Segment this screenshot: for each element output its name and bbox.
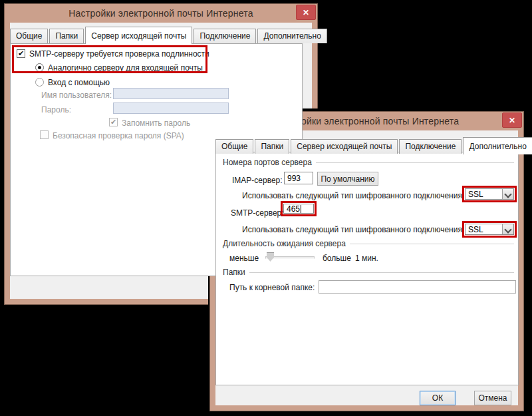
log-on-using-radio[interactable]: [35, 78, 44, 87]
smtp-encryption-label: Использовать следующий тип шифрованного …: [242, 225, 464, 234]
tab-page-advanced: Номера портов сервера IMAP-сервер: 993 П…: [215, 152, 519, 385]
timeout-more-label: больше: [323, 254, 351, 263]
root-folder-path-field[interactable]: [319, 280, 516, 294]
spa-checkbox[interactable]: [40, 130, 49, 139]
tab-connection[interactable]: Подключение: [194, 29, 256, 43]
close-icon[interactable]: ✕: [502, 112, 522, 128]
dialog-email-settings-advanced: Настройки электронной почты Интернета ✕ …: [209, 111, 524, 411]
tab-strip: Общие Папки Сервер исходящей почты Подкл…: [10, 26, 329, 43]
folders-group: Папки: [223, 268, 514, 277]
highlight-box-smtp-port: [281, 201, 317, 216]
server-ports-group: Номера портов сервера: [223, 158, 514, 167]
highlight-box-authentication: [12, 45, 207, 73]
dialog-body: Общие Папки Сервер исходящей почты Подкл…: [215, 130, 518, 405]
imap-server-label: IMAP-сервер:: [232, 176, 283, 185]
server-timeout-group: Длительность ожидания сервера: [223, 239, 514, 248]
root-folder-path-label: Путь к корневой папке:: [229, 283, 315, 292]
group-divider: [249, 272, 514, 273]
group-divider: [316, 162, 514, 163]
imap-encryption-label: Использовать следующий тип шифрованного …: [242, 191, 464, 200]
tab-strip: Общие Папки Сервер исходящей почты Подкл…: [215, 136, 532, 154]
tab-general[interactable]: Общие: [10, 29, 48, 43]
password-field[interactable]: [113, 103, 229, 114]
remember-password-label: Запомнить пароль: [122, 118, 190, 128]
tab-connection[interactable]: Подключение: [399, 139, 462, 154]
server-ports-group-label: Номера портов сервера: [223, 158, 312, 167]
tab-outgoing-server[interactable]: Сервер исходящей почты: [291, 139, 398, 154]
password-label: Пароль:: [41, 105, 71, 114]
highlight-box-imap-encryption: [462, 186, 517, 202]
timeout-slider-thumb[interactable]: [267, 252, 274, 262]
imap-port-field[interactable]: 993: [284, 172, 313, 184]
username-field[interactable]: [113, 88, 229, 99]
cancel-button[interactable]: Отмена: [474, 391, 511, 405]
folders-group-label: Папки: [223, 268, 245, 277]
log-on-using-label: Вход с помощью: [48, 78, 110, 87]
timeout-value: 1 мин.: [355, 254, 378, 263]
highlight-box-smtp-encryption: [462, 221, 517, 238]
desktop-background: Настройки электронной почты Интернета ✕ …: [0, 0, 532, 416]
tab-advanced[interactable]: Дополнительно: [257, 29, 327, 43]
tab-outgoing-server[interactable]: Сервер исходящей почты: [85, 27, 192, 44]
titlebar[interactable]: Настройки электронной почты Интернета: [5, 4, 317, 23]
dialog-shadow: Настройки электронной почты Интернета ✕ …: [208, 108, 525, 413]
window-title: Настройки электронной почты Интернета: [68, 8, 253, 19]
timeout-less-label: меньше: [229, 254, 259, 263]
tab-folders[interactable]: Папки: [255, 139, 289, 154]
tab-general[interactable]: Общие: [215, 139, 253, 154]
group-divider: [350, 244, 514, 244]
use-defaults-button[interactable]: По умолчанию: [317, 172, 378, 186]
spa-label: Безопасная проверка пароля (SPA): [53, 131, 184, 140]
server-timeout-group-label: Длительность ожидания сервера: [223, 239, 346, 248]
ok-button[interactable]: ОК: [420, 391, 456, 405]
remember-password-checkbox[interactable]: ✔: [109, 118, 118, 126]
smtp-server-label: SMTP-сервер:: [231, 208, 284, 218]
close-icon[interactable]: ✕: [296, 5, 316, 20]
tab-advanced[interactable]: Дополнительно: [463, 137, 532, 154]
tab-folders[interactable]: Папки: [49, 29, 84, 43]
username-label: Имя пользователя:: [41, 91, 112, 100]
